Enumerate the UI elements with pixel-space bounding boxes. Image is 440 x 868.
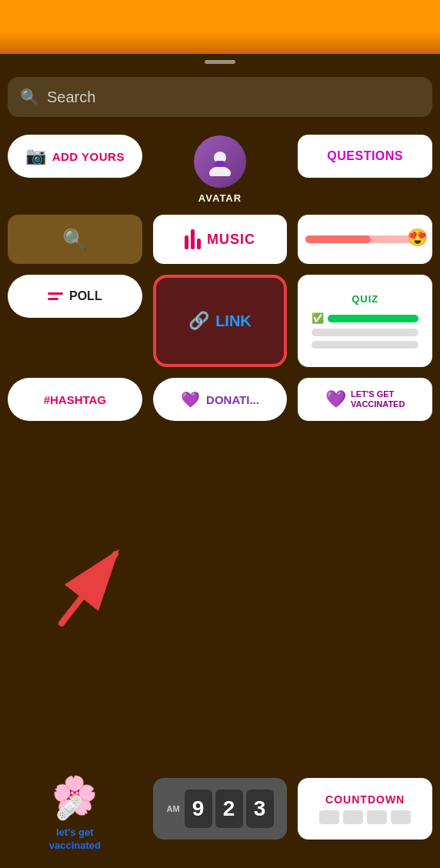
sticker-art-area: 🌸 🩹 [8, 765, 142, 826]
sticker-grid: 📷 ADD YOURS AVATAR QUESTIONS 🔍 MUSIC 😍 [8, 135, 432, 421]
quiz-bar-correct [328, 315, 418, 322]
clock-min1: 2 [215, 790, 243, 828]
poll-label: POLL [69, 289, 102, 303]
sticker-countdown[interactable]: COUNTDOWN [298, 778, 432, 840]
avatar-label: AVATAR [198, 192, 242, 204]
camera-icon: 📷 [25, 146, 46, 166]
svg-point-1 [209, 166, 231, 176]
questions-label: QUESTIONS [327, 149, 403, 163]
top-bar [0, 0, 440, 54]
sticker-art-emoji: 🌸 🩹 [52, 774, 98, 817]
clock-min2: 3 [246, 790, 274, 828]
sticker-poll[interactable]: POLL [8, 275, 142, 318]
sticker-questions[interactable]: QUESTIONS [298, 135, 432, 178]
vaccinated-label: LET'S GET VACCINATED [351, 389, 405, 409]
sticker-image-vaccinated[interactable]: 🌸 🩹 let's get vaccinated [8, 765, 142, 853]
search-inner-icon: 🔍 [62, 228, 87, 252]
countdown-title: COUNTDOWN [325, 793, 405, 806]
quiz-check-icon: ✅ [312, 312, 324, 324]
quiz-row1: ✅ [312, 312, 418, 324]
drag-handle [205, 60, 235, 64]
search-placeholder: Search [47, 88, 95, 106]
link-icon: 🔗 [188, 311, 209, 331]
poll-lines [48, 292, 63, 300]
quiz-bar-wrong2 [312, 341, 418, 349]
music-bars [185, 229, 201, 249]
sticker-hashtag[interactable]: #HASHTAG [8, 378, 142, 421]
arrow-indicator [46, 539, 138, 631]
clock-am-label: AM [166, 804, 179, 813]
svg-line-4 [62, 554, 115, 623]
countdown-box-1 [319, 810, 339, 824]
sticker-vaccinated-text: let's get vaccinated [49, 826, 101, 853]
clock-hour: 9 [185, 790, 212, 828]
sticker-vaccinated[interactable]: 💜 LET'S GET VACCINATED [298, 378, 432, 421]
search-icon: 🔍 [20, 88, 39, 106]
avatar-circle [194, 135, 246, 188]
slider-fill [305, 235, 371, 243]
countdown-boxes [319, 810, 411, 824]
music-label: MUSIC [207, 232, 255, 248]
search-bar[interactable]: 🔍 Search [8, 77, 432, 117]
add-yours-label: ADD YOURS [52, 150, 125, 163]
sticker-avatar[interactable]: AVATAR [153, 135, 288, 204]
sticker-music[interactable]: MUSIC [153, 215, 288, 264]
slider-track: 😍 [305, 235, 425, 243]
countdown-box-3 [367, 810, 387, 824]
svg-rect-2 [215, 161, 225, 167]
sticker-clock[interactable]: AM 9 2 3 [153, 778, 288, 840]
countdown-box-2 [343, 810, 363, 824]
link-label: LINK [215, 312, 252, 330]
sticker-donation[interactable]: 💜 DONATI... [153, 378, 288, 421]
sticker-add-yours[interactable]: 📷 ADD YOURS [8, 135, 142, 178]
slider-emoji: 😍 [407, 228, 428, 248]
hashtag-label: #HASHTAG [44, 393, 106, 406]
heart-icon: 💜 [181, 390, 200, 409]
quiz-title: QUIZ [352, 293, 378, 305]
countdown-box-4 [391, 810, 411, 824]
vax-icon: 💜 [325, 389, 346, 409]
sticker-search-small[interactable]: 🔍 [8, 215, 142, 264]
donation-label: DONATI... [206, 393, 259, 406]
slider-container: 😍 [305, 235, 425, 243]
sticker-emoji-slider[interactable]: 😍 [298, 215, 432, 264]
bottom-row: 🌸 🩹 let's get vaccinated AM 9 2 3 COUNTD… [8, 765, 432, 853]
quiz-bar-wrong1 [312, 329, 418, 336]
sticker-quiz[interactable]: QUIZ ✅ [298, 275, 432, 367]
sticker-link[interactable]: 🔗 LINK [153, 275, 288, 367]
